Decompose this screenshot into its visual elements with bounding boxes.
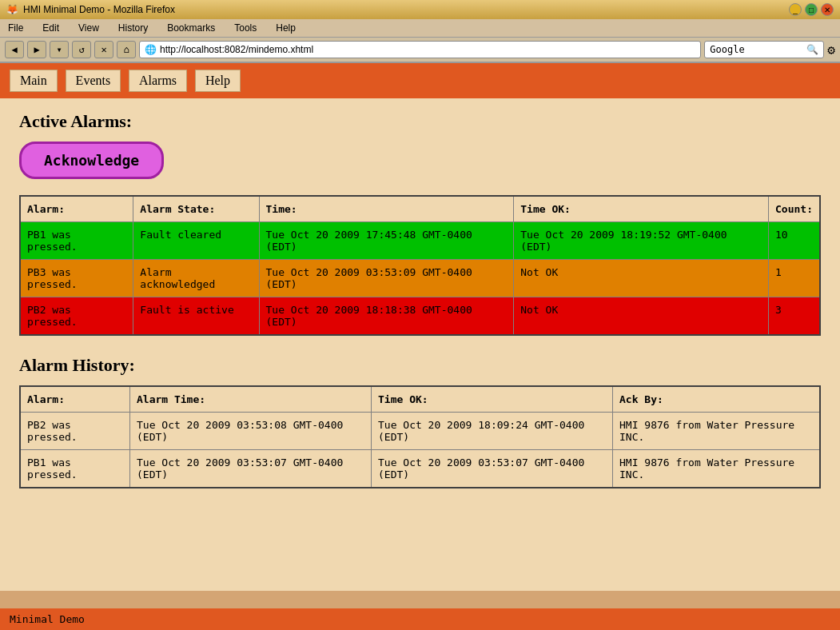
menu-view[interactable]: View xyxy=(74,21,104,35)
url-bar[interactable]: 🌐 http://localhost:8082/mindemo.xhtml xyxy=(139,41,701,58)
menu-edit[interactable]: Edit xyxy=(38,21,64,35)
alarm-cell: PB2 was pressed. xyxy=(20,297,133,336)
hist-alarm-time-cell: Tue Oct 20 2009 03:53:08 GMT-0400 (EDT) xyxy=(130,413,372,450)
content-area: Active Alarms: Acknowledge Alarm: Alarm … xyxy=(0,98,840,520)
col-alarm-state: Alarm State: xyxy=(133,196,259,222)
table-row: PB3 was pressed.Alarm acknowledgedTue Oc… xyxy=(20,260,820,297)
alarm-time-ok-cell: Not OK xyxy=(514,297,769,336)
nav-bar: ◀ ▶ ▾ ↺ ✕ ⌂ 🌐 http://localhost:8082/mind… xyxy=(0,38,840,62)
hist-col-time-ok: Time OK: xyxy=(372,386,613,413)
top-navigation: Main Events Alarms Help xyxy=(0,63,840,98)
hist-time-ok-cell: Tue Oct 20 2009 18:09:24 GMT-0400 (EDT) xyxy=(372,413,613,450)
tab-alarms[interactable]: Alarms xyxy=(129,70,187,92)
hist-alarm-time-cell: Tue Oct 20 2009 03:53:07 GMT-0400 (EDT) xyxy=(130,450,372,488)
alarm-history-table: Alarm: Alarm Time: Time OK: Ack By: PB2 … xyxy=(19,385,821,488)
close-button[interactable]: ✕ xyxy=(821,3,834,16)
alarm-state-cell: Alarm acknowledged xyxy=(133,260,259,297)
maximize-button[interactable]: □ xyxy=(805,3,818,16)
back-button[interactable]: ◀ xyxy=(5,41,24,58)
acknowledge-button[interactable]: Acknowledge xyxy=(19,142,164,179)
hist-alarm-cell: PB2 was pressed. xyxy=(20,413,130,450)
alarm-time-cell: Tue Oct 20 2009 18:18:38 GMT-0400 (EDT) xyxy=(259,297,514,336)
alarm-time-ok-cell: Not OK xyxy=(514,260,769,297)
title-bar: 🦊 HMI Minimal Demo - Mozilla Firefox _ □… xyxy=(0,0,840,19)
active-alarms-title: Active Alarms: xyxy=(19,111,821,132)
browser-chrome: 🦊 HMI Minimal Demo - Mozilla Firefox _ □… xyxy=(0,0,840,63)
hist-col-ack-by: Ack By: xyxy=(613,386,821,413)
url-icon: 🌐 xyxy=(145,44,157,55)
dropdown-button[interactable]: ▾ xyxy=(50,41,69,58)
table-row: PB2 was pressed.Tue Oct 20 2009 03:53:08… xyxy=(20,413,820,450)
hist-alarm-cell: PB1 was pressed. xyxy=(20,450,130,488)
firefox-icon: 🦊 xyxy=(6,4,18,15)
menu-help[interactable]: Help xyxy=(271,21,301,35)
url-text: http://localhost:8082/mindemo.xhtml xyxy=(160,44,313,55)
search-placeholder: Google xyxy=(710,44,744,55)
page-content: Main Events Alarms Help Active Alarms: A… xyxy=(0,63,840,591)
search-icon: 🔍 xyxy=(806,44,818,55)
alarm-state-cell: Fault cleared xyxy=(133,222,259,260)
alarm-count-cell: 1 xyxy=(769,260,821,297)
hist-ack-by-cell: HMI 9876 from Water Pressure INC. xyxy=(613,413,821,450)
col-count: Count: xyxy=(769,196,821,222)
forward-button[interactable]: ▶ xyxy=(27,41,46,58)
minimize-button[interactable]: _ xyxy=(789,3,802,16)
tab-main[interactable]: Main xyxy=(10,70,58,92)
alarm-cell: PB3 was pressed. xyxy=(20,260,133,297)
hist-ack-by-cell: HMI 9876 from Water Pressure INC. xyxy=(613,450,821,488)
alarm-time-cell: Tue Oct 20 2009 17:45:48 GMT-0400 (EDT) xyxy=(259,222,514,260)
search-bar[interactable]: Google 🔍 xyxy=(704,41,824,58)
hist-time-ok-cell: Tue Oct 20 2009 03:53:07 GMT-0400 (EDT) xyxy=(372,450,613,488)
menu-bar: File Edit View History Bookmarks Tools H… xyxy=(0,19,840,38)
alarm-count-cell: 10 xyxy=(769,222,821,260)
alarm-time-cell: Tue Oct 20 2009 03:53:09 GMT-0400 (EDT) xyxy=(259,260,514,297)
active-alarms-table: Alarm: Alarm State: Time: Time OK: Count… xyxy=(19,195,821,336)
tab-help[interactable]: Help xyxy=(195,70,241,92)
alarm-state-cell: Fault is active xyxy=(133,297,259,336)
menu-history[interactable]: History xyxy=(113,21,153,35)
home-button[interactable]: ⌂ xyxy=(117,41,136,58)
col-time-ok: Time OK: xyxy=(514,196,769,222)
table-row: PB2 was pressed.Fault is activeTue Oct 2… xyxy=(20,297,820,336)
alarm-time-ok-cell: Tue Oct 20 2009 18:19:52 GMT-0400 (EDT) xyxy=(514,222,769,260)
table-row: PB1 was pressed.Tue Oct 20 2009 03:53:07… xyxy=(20,450,820,488)
hist-col-alarm-time: Alarm Time: xyxy=(130,386,372,413)
tools-icon[interactable]: ⚙ xyxy=(827,42,835,58)
alarm-cell: PB1 was pressed. xyxy=(20,222,133,260)
tab-events[interactable]: Events xyxy=(66,70,121,92)
col-time: Time: xyxy=(259,196,514,222)
alarm-count-cell: 3 xyxy=(769,297,821,336)
reload-button[interactable]: ↺ xyxy=(72,41,91,58)
menu-tools[interactable]: Tools xyxy=(229,21,261,35)
table-row: PB1 was pressed.Fault clearedTue Oct 20 … xyxy=(20,222,820,260)
window-title: HMI Minimal Demo - Mozilla Firefox xyxy=(23,4,175,15)
alarm-history-title: Alarm History: xyxy=(19,355,821,376)
menu-file[interactable]: File xyxy=(3,21,28,35)
menu-bookmarks[interactable]: Bookmarks xyxy=(162,21,220,35)
stop-button[interactable]: ✕ xyxy=(94,41,113,58)
hist-col-alarm: Alarm: xyxy=(20,386,130,413)
col-alarm: Alarm: xyxy=(20,196,133,222)
